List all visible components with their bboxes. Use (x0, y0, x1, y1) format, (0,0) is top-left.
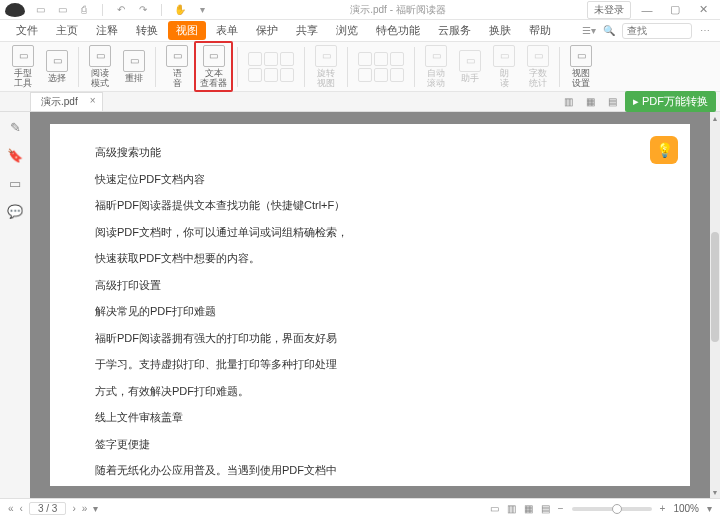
minimize-button[interactable]: — (635, 2, 659, 18)
menu-文件[interactable]: 文件 (8, 21, 46, 40)
view-mode-3-icon[interactable]: ▦ (524, 503, 533, 514)
last-page-button[interactable]: » (82, 503, 88, 514)
tab-close-icon[interactable]: × (90, 95, 96, 106)
menu-主页[interactable]: 主页 (48, 21, 86, 40)
menu-浏览[interactable]: 浏览 (328, 21, 366, 40)
tab-label: 演示.pdf (41, 96, 78, 107)
prev-page-button[interactable]: ‹ (20, 503, 23, 514)
doc-line: 快速获取PDF文档中想要的内容。 (95, 250, 645, 267)
menu-表单[interactable]: 表单 (208, 21, 246, 40)
layout-icon-1[interactable]: ▥ (559, 94, 577, 110)
scroll-up-icon[interactable]: ▲ (711, 114, 719, 122)
menu-视图[interactable]: 视图 (168, 21, 206, 40)
zoom-in-button[interactable]: + (660, 503, 666, 514)
menu-特色功能[interactable]: 特色功能 (368, 21, 428, 40)
scroll-thumb[interactable] (711, 232, 719, 342)
ribbon-label: 自动 滚动 (427, 69, 445, 89)
ribbon-阅读模式[interactable]: ▭阅读 模式 (83, 43, 117, 91)
qat-save-icon[interactable]: ▭ (55, 3, 69, 17)
pdf-convert-button[interactable]: ▸ PDF万能转换 (625, 91, 716, 112)
ribbon-label: 旋转 视图 (317, 69, 335, 89)
ribbon-label: 助手 (461, 74, 479, 84)
qat-dropdown-icon[interactable]: ▾ (195, 3, 209, 17)
ribbon-重排[interactable]: ▭重排 (117, 48, 151, 86)
doc-line: 快速定位PDF文档内容 (95, 171, 645, 188)
menu-共享[interactable]: 共享 (288, 21, 326, 40)
app-logo (5, 3, 25, 17)
page-dropdown-icon[interactable]: ▾ (93, 503, 98, 514)
sidebar-comment-icon[interactable]: 💬 (6, 202, 24, 220)
login-status[interactable]: 未登录 (587, 1, 631, 19)
doc-line: 签字更便捷 (95, 436, 645, 453)
ribbon-文本查看器[interactable]: ▭文本 查看器 (194, 41, 233, 93)
view-mode-1-icon[interactable]: ▭ (490, 503, 499, 514)
view-mode-4-icon[interactable]: ▤ (541, 503, 550, 514)
sidebar-pages-icon[interactable]: ▭ (6, 174, 24, 192)
doc-line: 线上文件审核盖章 (95, 409, 645, 426)
qat-redo-icon[interactable]: ↷ (136, 3, 150, 17)
qat-open-icon[interactable]: ▭ (33, 3, 47, 17)
ribbon-label: 手型 工具 (14, 69, 32, 89)
sidebar-edit-icon[interactable]: ✎ (6, 118, 24, 136)
zoom-dropdown-icon[interactable]: ▾ (707, 503, 712, 514)
menu-保护[interactable]: 保护 (248, 21, 286, 40)
doc-line: 阅读PDF文档时，你可以通过单词或词组精确检索， (95, 224, 645, 241)
zoom-slider[interactable] (572, 507, 652, 511)
ribbon-朗读: ▭朗 读 (487, 43, 521, 91)
menu-extra-icon[interactable]: ☰▾ (582, 24, 596, 38)
convert-label: PDF万能转换 (642, 94, 708, 109)
vertical-scrollbar[interactable]: ▲ ▼ (710, 112, 720, 498)
ribbon-字数统计: ▭字数 统计 (521, 43, 555, 91)
ribbon-icon: ▭ (570, 45, 592, 67)
hint-bulb-icon[interactable]: 💡 (650, 136, 678, 164)
scroll-down-icon[interactable]: ▼ (711, 488, 719, 496)
page-indicator[interactable]: 3 / 3 (29, 502, 66, 515)
ribbon-助手: ▭助手 (453, 48, 487, 86)
first-page-button[interactable]: « (8, 503, 14, 514)
search-icon: 🔍 (602, 24, 616, 38)
sidebar-bookmark-icon[interactable]: 🔖 (6, 146, 24, 164)
zoom-out-button[interactable]: − (558, 503, 564, 514)
ribbon-label: 朗 读 (500, 69, 509, 89)
ribbon-自动滚动: ▭自动 滚动 (419, 43, 453, 91)
ribbon-icon: ▭ (493, 45, 515, 67)
ribbon-label: 文本 查看器 (200, 69, 227, 89)
close-button[interactable]: ✕ (691, 2, 715, 18)
layout-icon-3[interactable]: ▤ (603, 94, 621, 110)
qat-print-icon[interactable]: ⎙ (77, 3, 91, 17)
doc-line: 方式，有效解决PDF打印难题。 (95, 383, 645, 400)
qat-undo-icon[interactable]: ↶ (114, 3, 128, 17)
layout-icon-2[interactable]: ▦ (581, 94, 599, 110)
zoom-value: 100% (673, 503, 699, 514)
menu-换肤[interactable]: 换肤 (481, 21, 519, 40)
menu-帮助[interactable]: 帮助 (521, 21, 559, 40)
view-mode-2-icon[interactable]: ▥ (507, 503, 516, 514)
menu-注释[interactable]: 注释 (88, 21, 126, 40)
qat-hand-icon[interactable]: ✋ (173, 3, 187, 17)
menu-more-icon[interactable]: ⋯ (698, 24, 712, 38)
ribbon-手型工具[interactable]: ▭手型 工具 (6, 43, 40, 91)
doc-line: 高级搜索功能 (95, 144, 645, 161)
ribbon-icon: ▭ (123, 50, 145, 72)
ribbon-icon: ▭ (12, 45, 34, 67)
convert-icon: ▸ (633, 95, 639, 108)
ribbon-view-grid (242, 50, 300, 84)
ribbon-icon: ▭ (459, 50, 481, 72)
zoom-thumb[interactable] (612, 504, 622, 514)
ribbon-视图设置[interactable]: ▭视图 设置 (564, 43, 598, 91)
ribbon-选择[interactable]: ▭选择 (40, 48, 74, 86)
ribbon-语音[interactable]: ▭语 音 (160, 43, 194, 91)
ribbon-icon: ▭ (315, 45, 337, 67)
maximize-button[interactable]: ▢ (663, 2, 687, 18)
doc-line: 于学习。支持虚拟打印、批量打印等多种打印处理 (95, 356, 645, 373)
search-input[interactable] (627, 25, 687, 36)
window-title: 演示.pdf - 福昕阅读器 (209, 3, 587, 17)
menu-云服务[interactable]: 云服务 (430, 21, 479, 40)
ribbon-label: 选择 (48, 74, 66, 84)
search-box[interactable] (622, 23, 692, 39)
doc-line: 福昕PDF阅读器提供文本查找功能（快捷键Ctrl+F） (95, 197, 645, 214)
next-page-button[interactable]: › (72, 503, 75, 514)
document-tab[interactable]: 演示.pdf × (30, 92, 103, 111)
ribbon-label: 字数 统计 (529, 69, 547, 89)
menu-转换[interactable]: 转换 (128, 21, 166, 40)
